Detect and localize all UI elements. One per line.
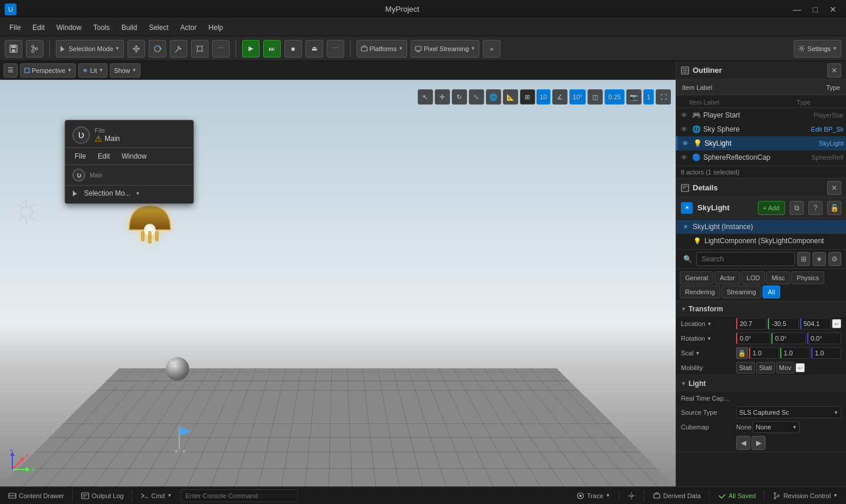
location-x-input[interactable]: [736, 318, 767, 330]
rotation-y-input[interactable]: [771, 332, 805, 344]
world-space-btn[interactable]: 🌐: [486, 89, 501, 105]
camera-speed-value[interactable]: 1: [643, 89, 654, 105]
eye-icon[interactable]: 👁: [679, 152, 689, 163]
maximize-button[interactable]: □: [808, 4, 822, 15]
move-mode-btn[interactable]: ✛: [435, 89, 450, 105]
menu-tools[interactable]: Tools: [89, 21, 115, 34]
eye-icon[interactable]: 👁: [680, 138, 690, 149]
light-header[interactable]: ▼ Light: [676, 376, 846, 391]
grid-value[interactable]: 10: [536, 89, 550, 105]
cubemap-dropdown[interactable]: None ▼: [753, 421, 800, 433]
outliner-row-playerstart[interactable]: 👁 🎮 Player Start PlayerStar: [676, 108, 846, 122]
pixel-streaming-button[interactable]: Pixel Streaming ▼: [411, 40, 479, 58]
scale-y-input[interactable]: [780, 347, 810, 359]
console-input[interactable]: [180, 489, 298, 502]
derived-data-button[interactable]: Derived Data: [649, 490, 704, 501]
mobility-reset-button[interactable]: ↩: [795, 363, 805, 372]
tab-actor[interactable]: Actor: [714, 271, 740, 284]
menu-help[interactable]: Help: [204, 21, 228, 34]
tab-rendering[interactable]: Rendering: [680, 285, 720, 298]
eject-button[interactable]: ⏏: [306, 40, 323, 58]
surface-snap-btn[interactable]: 📐: [503, 89, 518, 105]
search-input[interactable]: [696, 252, 795, 266]
menu-edit[interactable]: Edit: [28, 21, 49, 34]
viewport-hamburger[interactable]: ☰: [4, 63, 18, 78]
details-help-button[interactable]: ?: [808, 201, 822, 215]
menu-select[interactable]: Select: [144, 21, 173, 34]
search-star-btn[interactable]: ★: [813, 252, 825, 266]
play-button[interactable]: ▶: [242, 40, 260, 58]
popup-menu-window[interactable]: Window: [117, 150, 152, 162]
rotate-mode-btn[interactable]: ↻: [452, 89, 467, 105]
menu-file[interactable]: File: [5, 21, 25, 34]
location-reset-button[interactable]: ↩: [832, 319, 841, 328]
stop-button[interactable]: ■: [284, 40, 302, 58]
location-y-input[interactable]: [768, 318, 798, 330]
transform-extra-button[interactable]: [191, 40, 209, 58]
add-component-button[interactable]: + Add: [758, 201, 785, 215]
scale-z-input[interactable]: [811, 347, 841, 359]
outliner-row-skylight[interactable]: 👁 💡 SkyLight SkyLight: [676, 136, 846, 150]
comp-row-lightcomponent[interactable]: 💡 LightComponent (SkyLightComponent: [676, 234, 846, 248]
outliner-close-button[interactable]: ✕: [827, 63, 841, 78]
eye-icon[interactable]: 👁: [679, 124, 689, 135]
outliner-row-skysphere[interactable]: 👁 🌐 Sky Sphere Edit BP_Sk: [676, 122, 846, 136]
source-type-dropdown[interactable]: SLS Captured Sc ▼: [736, 406, 841, 418]
cubemap-next-btn[interactable]: ▶: [751, 436, 766, 450]
scale-lock-button[interactable]: 🔒: [736, 347, 748, 359]
content-drawer-button[interactable]: Content Drawer: [5, 490, 68, 501]
platforms-button[interactable]: Platforms ▼: [357, 40, 407, 58]
menu-window[interactable]: Window: [52, 21, 86, 34]
close-button[interactable]: ✕: [825, 4, 841, 15]
settings-status-btn[interactable]: [624, 490, 639, 501]
menu-build[interactable]: Build: [117, 21, 142, 34]
play-more-button[interactable]: ⋯: [327, 40, 344, 58]
more-options-button[interactable]: ⋯: [212, 40, 230, 58]
scale-x-input[interactable]: [749, 347, 779, 359]
scale-mode-btn[interactable]: ⤡: [469, 89, 484, 105]
details-lock-button[interactable]: 🔓: [827, 201, 841, 215]
play-at-button[interactable]: ⏭: [263, 40, 281, 58]
tab-general[interactable]: General: [680, 271, 713, 284]
outliner-item-label-col[interactable]: Item Label: [679, 83, 716, 92]
all-saved-button[interactable]: All Saved: [714, 490, 759, 501]
trace-button[interactable]: Trace ▼: [573, 490, 614, 501]
source-control-button[interactable]: [26, 40, 43, 58]
angle-value[interactable]: 10°: [569, 89, 586, 105]
transform-rotate-button[interactable]: [149, 40, 166, 58]
menu-actor[interactable]: Actor: [176, 21, 202, 34]
toolbar-expander[interactable]: »: [483, 40, 501, 58]
camera-speed-btn[interactable]: 📷: [626, 89, 642, 105]
location-z-input[interactable]: [800, 318, 831, 330]
comp-row-skylight-instance[interactable]: ☀ SkyLight (Instance): [676, 220, 846, 234]
save-button[interactable]: [5, 40, 22, 58]
rotation-x-input[interactable]: [736, 332, 770, 344]
revision-control-button[interactable]: Revision Control ▼: [769, 490, 841, 501]
maximize-btn[interactable]: ⛶: [656, 89, 671, 105]
show-button[interactable]: Show ▼: [110, 63, 140, 78]
settings-button[interactable]: Settings ▼: [794, 40, 841, 58]
popup-menu-edit[interactable]: Edit: [93, 150, 115, 162]
tab-lod[interactable]: LOD: [741, 271, 766, 284]
transform-scale-button[interactable]: [170, 40, 187, 58]
details-close-button[interactable]: ✕: [827, 181, 841, 195]
output-log-button[interactable]: Output Log: [78, 490, 127, 501]
mobility-mov-btn[interactable]: Mov: [776, 362, 794, 374]
select-mode-btn[interactable]: ↖: [418, 89, 433, 105]
snap-value[interactable]: 0.25: [605, 89, 624, 105]
lit-button[interactable]: Lit ▼: [78, 63, 108, 78]
minimize-button[interactable]: —: [788, 4, 806, 15]
tab-physics[interactable]: Physics: [791, 271, 824, 284]
transform-move-button[interactable]: [127, 40, 145, 58]
tab-misc[interactable]: Misc: [766, 271, 790, 284]
grid-toggle[interactable]: ⊞: [520, 89, 535, 105]
mobility-stati2-btn[interactable]: Stati: [756, 362, 775, 374]
mobility-stati-btn[interactable]: Stati: [736, 362, 755, 374]
details-copy-button[interactable]: ⧉: [790, 201, 804, 215]
perspective-button[interactable]: Perspective ▼: [20, 63, 76, 78]
tab-all[interactable]: All: [763, 285, 780, 298]
tab-streaming[interactable]: Streaming: [721, 285, 761, 298]
scale-snap-btn[interactable]: ◫: [588, 89, 603, 105]
search-gear-btn[interactable]: ⚙: [828, 252, 841, 266]
cmd-button[interactable]: Cmd ▼: [137, 490, 175, 501]
